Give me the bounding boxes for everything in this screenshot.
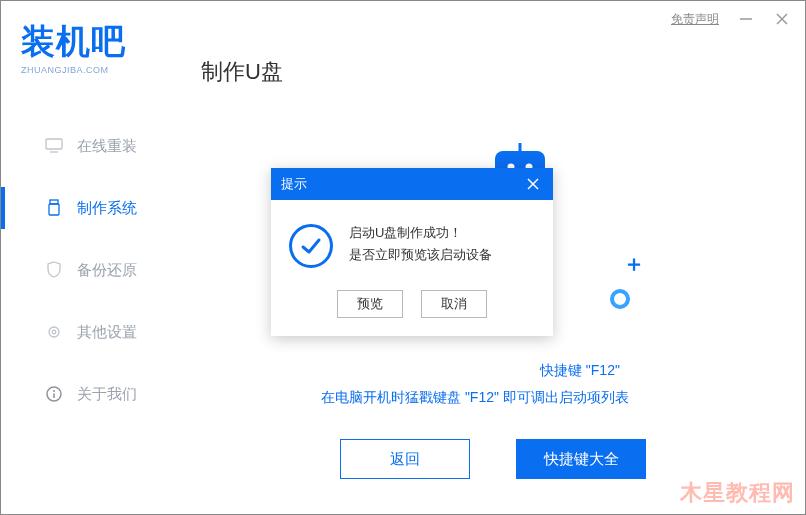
svg-point-10 (53, 390, 55, 392)
cancel-button[interactable]: 取消 (421, 290, 487, 318)
ring-icon (610, 289, 630, 309)
preview-button[interactable]: 预览 (337, 290, 403, 318)
sidebar-item-about[interactable]: 关于我们 (1, 363, 176, 425)
info-icon (45, 385, 63, 403)
sidebar-item-backup-restore[interactable]: 备份还原 (1, 239, 176, 301)
svg-point-8 (52, 330, 56, 334)
monitor-icon (45, 137, 63, 155)
svg-point-7 (49, 327, 59, 337)
dialog-body: 启动U盘制作成功！ 是否立即预览该启动设备 (271, 200, 553, 286)
dialog-header: 提示 (271, 168, 553, 200)
dialog-prompt: 提示 启动U盘制作成功！ 是否立即预览该启动设备 预览 取消 (271, 168, 553, 336)
hotkeys-button[interactable]: 快捷键大全 (516, 439, 646, 479)
sidebar-item-label: 备份还原 (77, 261, 137, 280)
hint-line2: 在电脑开机时猛戳键盘 "F12" 即可调出启动项列表 (321, 389, 629, 405)
back-button[interactable]: 返回 (340, 439, 470, 479)
dialog-close-icon[interactable] (523, 174, 543, 194)
logo-sub: ZHUANGJIBA.COM (21, 65, 126, 75)
hint-text: xxxxxxxxxxxxxxxxxxxxxxxxxxxxxx快捷键 "F12" … (321, 357, 629, 410)
app-logo: 装机吧 ZHUANGJIBA.COM (21, 19, 126, 75)
gear-icon (45, 323, 63, 341)
sidebar-item-label: 在线重装 (77, 137, 137, 156)
titlebar: 免责声明 (657, 1, 805, 37)
dialog-title: 提示 (281, 175, 307, 193)
hint-line1-tail: 快捷键 "F12" (540, 362, 620, 378)
svg-rect-3 (46, 139, 62, 149)
plus-icon: ＋ (623, 249, 645, 279)
disclaimer-link[interactable]: 免责声明 (671, 11, 719, 28)
watermark: 木星教程网 (680, 478, 795, 508)
usb-icon (45, 199, 63, 217)
dialog-actions: 预览 取消 (271, 286, 553, 336)
dialog-message: 启动U盘制作成功！ 是否立即预览该启动设备 (349, 222, 492, 268)
page-title: 制作U盘 (201, 57, 283, 87)
svg-rect-6 (49, 204, 59, 215)
shield-icon (45, 261, 63, 279)
dialog-message-line2: 是否立即预览该启动设备 (349, 244, 492, 266)
check-circle-icon (289, 224, 333, 268)
close-icon[interactable] (773, 10, 791, 28)
sidebar-item-make-system[interactable]: 制作系统 (1, 177, 176, 239)
logo-main: 装机吧 (21, 19, 126, 65)
sidebar-item-other-settings[interactable]: 其他设置 (1, 301, 176, 363)
sidebar-item-online-reinstall[interactable]: 在线重装 (1, 115, 176, 177)
sidebar-item-label: 制作系统 (77, 199, 137, 218)
dialog-message-line1: 启动U盘制作成功！ (349, 222, 492, 244)
minimize-icon[interactable] (737, 10, 755, 28)
sidebar-item-label: 其他设置 (77, 323, 137, 342)
sidebar: 在线重装 制作系统 备份还原 其他设置 关于我们 (1, 115, 176, 425)
sidebar-item-label: 关于我们 (77, 385, 137, 404)
